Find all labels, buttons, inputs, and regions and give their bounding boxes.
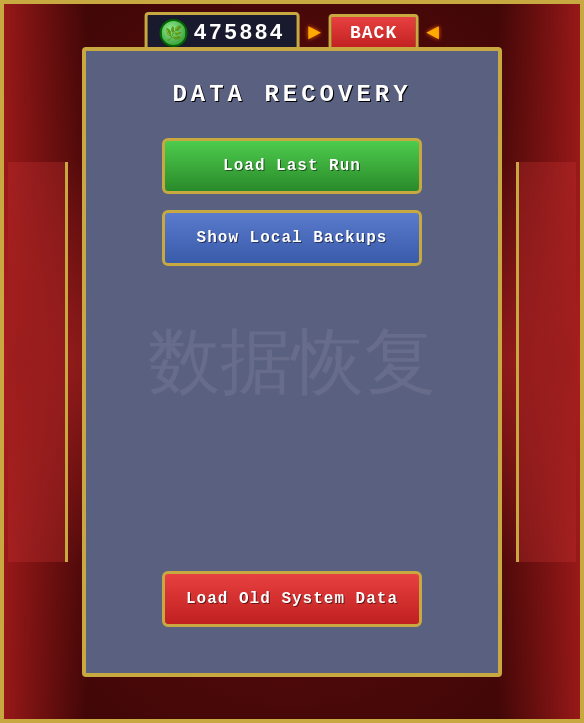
show-local-backups-button[interactable]: Show Local Backups	[162, 210, 422, 266]
arrow-right-icon: ◄	[426, 21, 439, 46]
coin-value: 475884	[194, 21, 285, 46]
side-decor-left	[8, 162, 68, 562]
main-panel: DATA RECOVERY 数据恢复 Load Last Run Show Lo…	[82, 47, 502, 677]
background: 🌿 475884 ► BACK ◄ DATA RECOVERY 数据恢复 Loa…	[0, 0, 584, 723]
arrow-left-icon: ►	[308, 21, 321, 46]
side-decor-right	[516, 162, 576, 562]
load-old-system-button[interactable]: Load Old System Data	[162, 571, 422, 627]
panel-title: DATA RECOVERY	[172, 81, 411, 108]
watermark: 数据恢复	[148, 314, 436, 410]
load-last-run-button[interactable]: Load Last Run	[162, 138, 422, 194]
bottom-section: Load Old System Data	[162, 571, 422, 643]
coin-icon: 🌿	[160, 19, 188, 47]
